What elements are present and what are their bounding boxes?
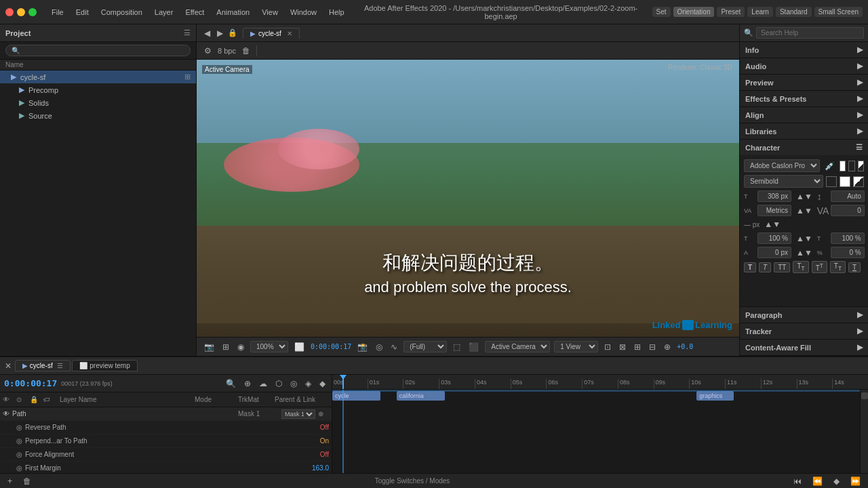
project-search-input[interactable]	[5, 45, 191, 56]
comp-tab-cycle-sf[interactable]: ▶ cycle-sf ✕	[243, 28, 300, 39]
stroke-color-white[interactable]	[840, 176, 850, 187]
comp-back-btn[interactable]: ◀	[202, 28, 212, 39]
learn-button[interactable]: Learn	[747, 7, 773, 17]
comp-fwd-btn[interactable]: ▶	[215, 28, 225, 39]
timeline-tracks[interactable]: cycle california graphics	[332, 390, 868, 473]
close-button[interactable]	[5, 8, 14, 16]
project-item-cycle-sf[interactable]: ▶ cycle-sf ⊞	[0, 70, 196, 83]
menu-view[interactable]: View	[256, 7, 283, 18]
baseline-input[interactable]	[757, 247, 791, 258]
libraries-header[interactable]: Libraries ▶	[740, 123, 868, 139]
view-btn2[interactable]: ⊠	[617, 342, 628, 352]
fit-btn[interactable]: ⬜	[292, 342, 307, 352]
font-size-input[interactable]	[757, 190, 791, 202]
region-btn[interactable]: ⬚	[451, 342, 462, 352]
timeline-ruler[interactable]: 00s 01s 02s 03s 04s 05s 06s 07s 08s 09s …	[332, 375, 868, 390]
layer-path[interactable]: 👁 Path Mask 1 Mask 1 ⊕	[0, 407, 332, 421]
info-header[interactable]: Info ▶	[740, 42, 868, 58]
snapshot-btn[interactable]: 📷	[202, 342, 216, 352]
align-header[interactable]: Align ▶	[740, 107, 868, 123]
project-menu-icon[interactable]: ☰	[184, 28, 191, 37]
layer-mask-select[interactable]: Mask 1	[281, 409, 315, 419]
style-allcaps[interactable]: TT	[774, 262, 790, 272]
menu-window[interactable]: Window	[285, 7, 322, 18]
transparent-btn[interactable]: ⬛	[467, 342, 481, 352]
tl-nav-prev-btn[interactable]: ⏪	[810, 476, 825, 487]
style-bold[interactable]: T	[744, 262, 756, 272]
composition-view[interactable]: Active Camera Renderer: Classic 3D 和解决问题…	[197, 60, 739, 337]
viewer-settings-btn[interactable]: ⚙	[202, 45, 214, 56]
character-header[interactable]: Character ☰	[740, 140, 868, 155]
tl-trash-btn[interactable]: 🗑	[21, 476, 33, 487]
eyedropper-icon[interactable]: 💉	[823, 161, 837, 171]
vert-scale-input[interactable]	[757, 232, 791, 244]
clip-bar-cycle[interactable]: cycle	[332, 391, 380, 401]
comp-tab-close[interactable]: ✕	[287, 30, 292, 37]
preview-header[interactable]: Preview ▶	[740, 75, 868, 90]
tl-keyframe-btn[interactable]: ◆	[317, 378, 328, 389]
kerning-input[interactable]	[757, 205, 791, 216]
style-sub[interactable]: TT	[830, 261, 846, 273]
orientation-button[interactable]: Orientation	[673, 7, 715, 17]
menu-file[interactable]: File	[46, 7, 69, 18]
small-screen-button[interactable]: Small Screen	[814, 7, 863, 17]
tl-shy-btn[interactable]: ☁	[257, 378, 269, 389]
tl-keyframe-nav-btn[interactable]: ◆	[831, 476, 842, 487]
tl-nav-next-btn[interactable]: ⏩	[848, 476, 863, 487]
timeline-close-btn[interactable]: ✕	[3, 361, 14, 371]
trash-icon[interactable]: 🗑	[240, 45, 252, 56]
display-btn[interactable]: ◉	[235, 342, 246, 352]
scroll-thumb[interactable]	[861, 392, 868, 399]
tracker-header[interactable]: Tracker ▶	[740, 323, 868, 339]
timeline-tab-preview[interactable]: ⬜ preview temp	[72, 360, 137, 371]
horiz-scale-input[interactable]	[831, 232, 865, 244]
resolution-select[interactable]: (Full) Half Quarter	[403, 341, 447, 352]
style-smallcaps[interactable]: TT	[793, 261, 808, 273]
text-color-white[interactable]	[840, 161, 846, 171]
project-item-precomp[interactable]: ▶ Precomp	[0, 83, 196, 96]
preset-button[interactable]: Preset	[717, 7, 745, 17]
motion-blur-btn[interactable]: ◎	[374, 342, 384, 352]
tl-blend-btn[interactable]: ◈	[303, 378, 313, 389]
tl-add-layer-btn[interactable]: +	[5, 476, 14, 487]
menu-animation[interactable]: Animation	[211, 7, 255, 18]
timeline-scroll[interactable]	[860, 390, 868, 473]
baseline-stepper[interactable]: ▲▼	[794, 247, 814, 258]
style-italic[interactable]: T	[759, 262, 771, 272]
view-btn5[interactable]: ⊕	[662, 342, 673, 352]
stroke-color-black[interactable]	[826, 176, 837, 187]
view-btn4[interactable]: ⊟	[647, 342, 658, 352]
maximize-button[interactable]	[28, 8, 37, 16]
text-color-swap[interactable]	[858, 161, 864, 171]
view-btn3[interactable]: ⊞	[632, 342, 643, 352]
stroke-swap[interactable]	[853, 176, 864, 187]
content-aware-header[interactable]: Content-Aware Fill ▶	[740, 340, 868, 355]
tl-nav-start-btn[interactable]: ⏮	[791, 476, 804, 487]
effects-presets-header[interactable]: Effects & Presets ▶	[740, 91, 868, 106]
tl-motion-btn[interactable]: ◎	[288, 378, 299, 389]
set-button[interactable]: Set	[652, 7, 671, 17]
kerning-stepper[interactable]: ▲▼	[794, 205, 814, 216]
search-help-input[interactable]	[756, 27, 864, 39]
leading-input[interactable]	[831, 190, 865, 202]
minimize-button[interactable]	[17, 8, 25, 16]
view-layout-select[interactable]: 1 View 2 Views	[554, 341, 598, 352]
project-item-solids[interactable]: ▶ Solids	[0, 96, 196, 109]
style-super[interactable]: TT	[812, 261, 827, 273]
grid-btn[interactable]: ⊞	[220, 342, 231, 352]
standard-button[interactable]: Standard	[776, 7, 812, 17]
menu-edit[interactable]: Edit	[71, 7, 94, 18]
font-select[interactable]: Adobe Caslon Pro	[744, 159, 820, 172]
camera-select[interactable]: Active Camera	[485, 341, 550, 352]
menu-layer[interactable]: Layer	[149, 7, 179, 18]
tsume-input[interactable]	[831, 247, 865, 258]
clip-bar-california[interactable]: california	[397, 391, 445, 401]
menu-composition[interactable]: Composition	[96, 7, 148, 18]
text-color-black[interactable]	[848, 161, 854, 171]
vert-scale-stepper[interactable]: ▲▼	[794, 233, 814, 244]
size-stepper[interactable]: ▲▼	[794, 191, 814, 202]
zoom-select[interactable]: 100% 50% 200%	[250, 341, 288, 352]
dash-stepper[interactable]: ▲▼	[762, 219, 783, 230]
view-options-btn[interactable]: ⊡	[602, 342, 613, 352]
style-underline[interactable]: T	[848, 262, 861, 272]
